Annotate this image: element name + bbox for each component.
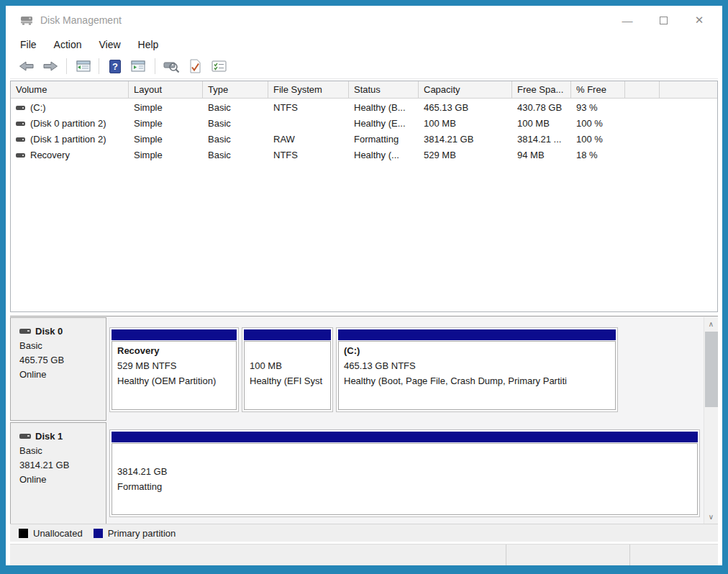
scroll-down-icon[interactable]: ∨ [704, 510, 718, 524]
cell-file-system: NTFS [268, 147, 349, 163]
disk-icon [19, 434, 31, 439]
partition-status: Healthy (Boot, Page File, Crash Dump, Pr… [344, 373, 610, 388]
console-tree-icon [75, 60, 91, 73]
volume-row-disk0-partition2[interactable]: (Disk 0 partition 2) Simple Basic Health… [11, 116, 717, 132]
scrollbar-thumb[interactable] [705, 332, 718, 407]
status-bar [10, 544, 718, 565]
disk-type: Basic [19, 339, 101, 353]
partition-status: Healthy (EFI Syst [250, 373, 325, 388]
column-header-empty[interactable] [625, 81, 660, 99]
primary-partition-bar [244, 329, 331, 340]
primary-partition-color-swatch [94, 529, 103, 538]
partition-name: (C:) [344, 344, 610, 358]
cell-capacity: 100 MB [419, 116, 512, 132]
cell-pct-free: 18 % [571, 147, 625, 163]
column-header-file-system[interactable]: File System [268, 81, 349, 99]
check-volume-button[interactable] [186, 57, 204, 76]
disk-size: 3814.21 GB [19, 458, 101, 473]
toolbar-separator [99, 58, 99, 74]
menu-file[interactable]: File [20, 39, 37, 50]
toolbar-separator [66, 58, 67, 74]
disk-status: Online [19, 473, 101, 487]
cell-free-space: 430.78 GB [512, 100, 571, 116]
primary-partition-bar [112, 432, 698, 442]
legend-bar: Unallocated Primary partition [10, 524, 718, 542]
cell-status: Formatting [349, 132, 419, 147]
column-header-pct-free[interactable]: % Free [571, 81, 625, 99]
rescan-disks-button[interactable] [162, 57, 181, 76]
cell-file-system: NTFS [268, 100, 349, 116]
column-header-status[interactable]: Status [349, 81, 419, 99]
toolbar: ? [10, 54, 718, 79]
cell-volume: (Disk 1 partition 2) [11, 132, 129, 147]
cell-status: Healthy (E... [349, 116, 419, 132]
column-header-capacity[interactable]: Capacity [419, 81, 512, 99]
action-pane-icon [131, 60, 147, 73]
disk-magnifier-icon [163, 60, 180, 73]
cell-pct-free: 100 % [571, 132, 625, 147]
volume-icon [16, 137, 25, 142]
disk-type: Basic [19, 444, 101, 458]
close-button[interactable]: ✕ [692, 13, 706, 27]
cell-type: Basic [203, 100, 268, 116]
column-header-type[interactable]: Type [203, 81, 268, 99]
forward-button[interactable] [41, 57, 60, 76]
console-tree-button[interactable] [73, 57, 92, 76]
disk-0-partitions: Recovery 529 MB NTFS Healthy (OEM Partit… [106, 317, 703, 421]
unallocated-color-swatch [19, 529, 28, 538]
partition-size: 465.13 GB NTFS [344, 358, 610, 373]
volume-row-disk1-partition2[interactable]: (Disk 1 partition 2) Simple Basic RAW Fo… [11, 132, 717, 147]
partition-c[interactable]: (C:) 465.13 GB NTFS Healthy (Boot, Page … [336, 327, 618, 412]
action-pane-button[interactable] [129, 57, 148, 76]
forward-arrow-icon [42, 60, 58, 73]
menu-bar: File Action View Help [10, 35, 718, 54]
volume-list-body: (C:) Simple Basic NTFS Healthy (B... 465… [11, 99, 717, 163]
help-icon: ? [109, 60, 121, 73]
cell-capacity: 529 MB [419, 147, 512, 163]
status-segment [10, 545, 506, 565]
disk-1-label[interactable]: Disk 1 Basic 3814.21 GB Online [10, 422, 106, 524]
back-arrow-icon [19, 60, 35, 73]
properties-button[interactable] [209, 57, 228, 76]
disk-1-partitions: 3814.21 GB Formatting [106, 422, 703, 524]
window-controls: — ✕ [620, 13, 718, 27]
cell-volume: (Disk 0 partition 2) [11, 116, 129, 132]
scroll-up-icon[interactable]: ∧ [704, 317, 718, 331]
cell-layout: Simple [129, 132, 203, 147]
column-header-free-space[interactable]: Free Spa... [512, 81, 571, 99]
minimize-button[interactable]: — [620, 13, 634, 27]
partition-size: 529 MB NTFS [117, 358, 231, 373]
disk-0-label[interactable]: Disk 0 Basic 465.75 GB Online [10, 317, 106, 421]
column-header-layout[interactable]: Layout [129, 81, 203, 99]
volume-row-recovery[interactable]: Recovery Simple Basic NTFS Healthy (... … [11, 147, 717, 163]
cell-free-space: 3814.21 ... [512, 132, 571, 147]
partition-name [250, 344, 325, 358]
checklist-icon [211, 60, 227, 73]
primary-partition-bar [112, 329, 237, 340]
partition-size: 3814.21 GB [117, 464, 692, 479]
disk-size: 465.75 GB [19, 353, 101, 368]
graphical-view: Disk 0 Basic 465.75 GB Online Recovery 5… [10, 316, 718, 524]
menu-view[interactable]: View [99, 39, 120, 50]
partition-recovery[interactable]: Recovery 529 MB NTFS Healthy (OEM Partit… [109, 327, 239, 412]
vertical-scrollbar[interactable]: ∧ ∨ [704, 317, 718, 524]
maximize-icon [660, 17, 668, 24]
partition-formatting[interactable]: 3814.21 GB Formatting [109, 429, 700, 517]
cell-status: Healthy (... [349, 147, 419, 163]
column-header-filler [660, 81, 717, 99]
volume-list-header: Volume Layout Type File System Status Ca… [11, 81, 717, 99]
partition-efi[interactable]: 100 MB Healthy (EFI Syst [242, 327, 333, 412]
status-segment [506, 545, 629, 565]
volume-row-c[interactable]: (C:) Simple Basic NTFS Healthy (B... 465… [11, 100, 717, 116]
cell-status: Healthy (B... [349, 100, 419, 116]
title-bar[interactable]: Disk Management — ✕ [10, 6, 718, 35]
volume-icon [16, 153, 25, 158]
back-button[interactable] [17, 57, 36, 76]
menu-help[interactable]: Help [138, 39, 159, 50]
app-disk-icon [20, 14, 33, 26]
primary-partition-bar [338, 329, 616, 340]
menu-action[interactable]: Action [54, 39, 82, 50]
column-header-volume[interactable]: Volume [11, 81, 129, 99]
maximize-button[interactable] [656, 13, 670, 27]
help-button[interactable]: ? [106, 57, 124, 76]
